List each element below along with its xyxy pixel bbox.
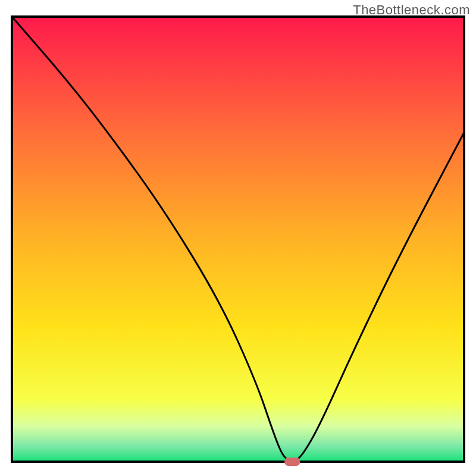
minimum-marker <box>284 458 300 466</box>
chart-frame: TheBottleneck.com <box>0 0 476 476</box>
plot-background <box>12 17 464 462</box>
bottleneck-chart <box>0 0 476 476</box>
site-watermark: TheBottleneck.com <box>353 2 470 18</box>
